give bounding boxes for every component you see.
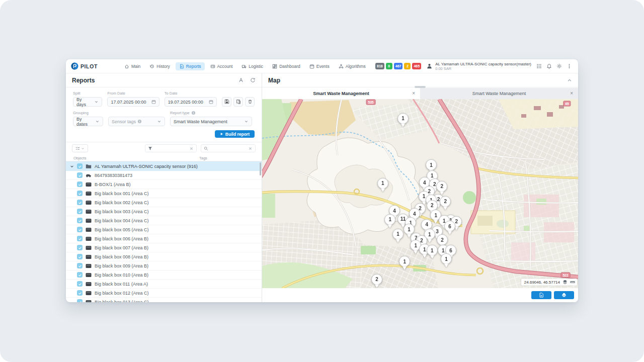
cluster-marker[interactable]: 1 bbox=[384, 214, 395, 225]
sensor-tags-select[interactable]: Sensor tags bbox=[108, 117, 165, 126]
cluster-marker[interactable]: 1 bbox=[441, 253, 452, 264]
to-date-input[interactable]: 19.07.2025 00:00 bbox=[165, 97, 217, 107]
checkbox-checked[interactable] bbox=[77, 191, 83, 196]
list-scrollbar[interactable] bbox=[260, 162, 261, 175]
checkbox-checked[interactable] bbox=[77, 263, 83, 268]
object-row[interactable]: Big black box 012 (Area C) bbox=[66, 289, 262, 298]
checkbox-checked[interactable] bbox=[77, 281, 83, 287]
cluster-marker[interactable]: 1 bbox=[397, 113, 409, 124]
nav-item-events[interactable]: Events bbox=[306, 62, 333, 70]
cluster-marker[interactable]: 2 bbox=[436, 181, 447, 192]
report-type-select[interactable]: Smart Waste Management bbox=[170, 117, 252, 126]
checkbox-checked[interactable] bbox=[77, 172, 83, 178]
ruler-icon[interactable] bbox=[570, 280, 575, 285]
cluster-marker[interactable]: 1 bbox=[392, 229, 404, 240]
nav-item-history[interactable]: History bbox=[146, 62, 173, 70]
map-tab-1[interactable]: Smart Waste Management× bbox=[262, 88, 420, 99]
from-date-input[interactable]: 17.07.2025 00:00 bbox=[107, 97, 159, 107]
close-icon[interactable]: × bbox=[570, 91, 573, 96]
checkbox-checked[interactable] bbox=[77, 299, 83, 302]
checkbox-checked[interactable] bbox=[77, 272, 83, 278]
checkbox-checked[interactable] bbox=[77, 163, 83, 169]
counter-badge-5[interactable]: 465 bbox=[412, 63, 421, 69]
object-row[interactable]: Big black box 002 (Area C) bbox=[66, 198, 262, 207]
clear-icon[interactable] bbox=[189, 146, 194, 151]
checkbox-checked[interactable] bbox=[77, 218, 83, 223]
cluster-marker[interactable]: 6 bbox=[444, 221, 455, 232]
object-row[interactable]: Big black box 010 (Area B) bbox=[66, 270, 262, 280]
calendar-icon[interactable] bbox=[151, 100, 156, 104]
cluster-marker[interactable]: 4 bbox=[421, 219, 432, 230]
checkbox-checked[interactable] bbox=[77, 200, 83, 205]
search-field[interactable] bbox=[201, 144, 256, 152]
object-group-row[interactable]: AL Yamamah ULTRA-SONIC capacity sensor (… bbox=[66, 161, 262, 171]
checkbox-checked[interactable] bbox=[77, 209, 83, 214]
nav-item-main[interactable]: Main bbox=[121, 62, 144, 70]
object-row[interactable]: Big black box 013 (Area C) bbox=[66, 298, 262, 302]
object-row[interactable]: Big black box 011 (Area A) bbox=[66, 280, 262, 289]
cluster-marker[interactable]: 2 bbox=[371, 274, 382, 285]
nav-item-algorithms[interactable]: Algorithms bbox=[335, 62, 369, 70]
checkbox-checked[interactable] bbox=[77, 254, 83, 259]
close-icon[interactable]: × bbox=[412, 91, 415, 96]
tags-filter-field[interactable] bbox=[145, 144, 197, 152]
counter-badge-1[interactable]: 818 bbox=[375, 63, 384, 69]
build-report-button[interactable]: Build report bbox=[215, 130, 255, 138]
object-row[interactable]: B-BOX/1 (Area B) bbox=[66, 180, 262, 189]
search-input[interactable] bbox=[210, 146, 246, 151]
checkbox-checked[interactable] bbox=[77, 236, 83, 241]
cluster-marker[interactable]: 1 bbox=[427, 245, 438, 256]
counter-badge-3[interactable]: 467 bbox=[394, 63, 403, 69]
map-canvas[interactable]: 53565522 1114122212122244111111214613117… bbox=[262, 99, 578, 288]
home-icon bbox=[124, 64, 129, 69]
brand-logo[interactable]: PILOT bbox=[71, 62, 98, 70]
export-button[interactable] bbox=[531, 291, 551, 299]
cluster-marker[interactable]: 1 bbox=[399, 256, 410, 267]
drag-handle[interactable] bbox=[415, 86, 426, 88]
clear-icon[interactable] bbox=[248, 146, 253, 151]
checkbox-checked[interactable] bbox=[77, 227, 83, 232]
object-row[interactable]: Big black box 006 (Area B) bbox=[66, 234, 262, 243]
object-row[interactable]: Big black box 001 (Area C) bbox=[66, 189, 262, 198]
cluster-marker[interactable]: 1 bbox=[377, 177, 388, 189]
checkbox-checked[interactable] bbox=[77, 182, 83, 187]
object-row[interactable]: Big black box 009 (Area B) bbox=[66, 261, 262, 270]
cluster-marker[interactable]: 1 bbox=[426, 159, 437, 170]
layers-icon[interactable] bbox=[562, 280, 568, 285]
nav-item-account[interactable]: Account bbox=[207, 62, 236, 70]
grouping-select[interactable]: By dates bbox=[73, 117, 103, 126]
checkbox-checked[interactable] bbox=[77, 290, 83, 296]
object-row[interactable]: Big black box 007 (Area B) bbox=[66, 243, 262, 252]
cluster-marker[interactable]: 2 bbox=[437, 234, 448, 245]
object-row[interactable]: Big black box 003 (Area C) bbox=[66, 207, 262, 216]
object-row[interactable]: Big black box 005 (Area C) bbox=[66, 225, 262, 234]
print-button[interactable] bbox=[554, 291, 574, 299]
select-all-dropdown[interactable] bbox=[72, 144, 88, 152]
checkbox-checked[interactable] bbox=[77, 245, 83, 250]
font-size-icon[interactable] bbox=[238, 77, 244, 83]
tags-filter-input[interactable] bbox=[154, 146, 187, 151]
chevron-down-icon[interactable] bbox=[70, 164, 74, 168]
cluster-marker[interactable]: 2 bbox=[440, 196, 451, 207]
bell-icon[interactable] bbox=[546, 63, 552, 69]
gear-icon[interactable] bbox=[556, 63, 562, 69]
delete-template-button[interactable] bbox=[245, 97, 255, 107]
nav-item-logistic[interactable]: Logistic bbox=[238, 62, 267, 70]
copy-template-button[interactable] bbox=[233, 97, 243, 107]
counter-badge-2[interactable]: 0 bbox=[386, 63, 392, 69]
nav-item-dashboard[interactable]: Dashboard bbox=[269, 62, 304, 70]
kebab-icon[interactable] bbox=[567, 63, 572, 69]
map-tab-2[interactable]: Smart Waste Management× bbox=[420, 88, 578, 99]
split-select[interactable]: By days bbox=[73, 97, 102, 107]
chevron-up-icon[interactable] bbox=[567, 78, 572, 83]
calendar-icon[interactable] bbox=[209, 100, 213, 104]
object-row[interactable]: Big black box 004 (Area C) bbox=[66, 216, 262, 225]
save-template-button[interactable] bbox=[222, 97, 231, 107]
refresh-icon[interactable] bbox=[250, 77, 256, 83]
counter-badge-4[interactable]: 2 bbox=[404, 63, 411, 69]
object-row[interactable]: 864793830381473 bbox=[66, 171, 262, 180]
user-account[interactable]: AL Yamamah ULTRA-SONIC capacity sensor(m… bbox=[426, 62, 531, 71]
apps-grid-icon[interactable] bbox=[536, 63, 542, 69]
nav-item-reports[interactable]: Reports bbox=[176, 62, 205, 70]
object-row[interactable]: Big black box 008 (Area B) bbox=[66, 252, 262, 261]
